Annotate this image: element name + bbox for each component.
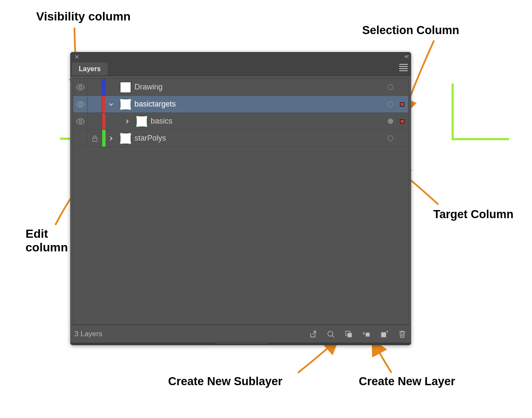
selection-indicator[interactable]	[396, 119, 408, 124]
target-button[interactable]	[384, 135, 396, 141]
tab-layers[interactable]: Layers	[72, 63, 108, 75]
layer-name-label[interactable]: basictargets	[134, 100, 384, 109]
layer-name-label[interactable]: basics	[151, 117, 384, 126]
annotation-create-new-sublayer: Create New Sublayer	[168, 375, 283, 388]
disclosure-triangle[interactable]	[122, 119, 133, 124]
lock-toggle[interactable]	[88, 79, 102, 95]
collapse-icon[interactable]: <<	[404, 54, 408, 60]
clipping-mask-icon[interactable]	[344, 329, 353, 339]
artboard-corner-right	[452, 84, 509, 140]
close-icon[interactable]: ✕	[74, 54, 80, 60]
layer-name-label[interactable]: Drawing	[134, 83, 384, 92]
visibility-toggle[interactable]	[73, 113, 88, 130]
layer-thumbnail[interactable]	[120, 99, 131, 110]
target-button[interactable]	[384, 101, 396, 107]
selection-square-icon	[400, 102, 404, 107]
layer-row[interactable]: Drawing	[73, 79, 408, 96]
visibility-toggle[interactable]	[73, 130, 88, 147]
selection-indicator[interactable]	[396, 102, 408, 107]
svg-point-0	[79, 86, 82, 89]
svg-marker-11	[386, 331, 388, 332]
footer-toolbar	[308, 329, 407, 339]
svg-line-6	[332, 335, 334, 337]
resize-grip[interactable]	[70, 343, 411, 345]
layer-color-bar	[102, 79, 106, 95]
annotation-target-column: Target Column	[433, 208, 514, 221]
selection-square-icon	[400, 119, 404, 124]
layer-name-label[interactable]: starPolys	[134, 134, 384, 143]
lock-toggle[interactable]	[88, 113, 102, 130]
svg-rect-9	[366, 332, 369, 336]
layer-thumbnail[interactable]	[120, 82, 131, 93]
footer-status: 3 Layers	[74, 330, 102, 338]
lock-toggle[interactable]	[88, 96, 102, 112]
layer-color-bar	[102, 96, 106, 112]
delete-icon[interactable]	[398, 329, 407, 339]
layer-color-bar	[102, 130, 106, 147]
annotation-visibility-column: Visibility column	[36, 10, 131, 23]
layers-list: DrawingbasictargetsbasicsstarPolys	[73, 78, 409, 325]
layers-panel: ✕ << Layers Drawingbasictargetsbasicssta…	[70, 52, 411, 345]
layer-color-bar	[102, 113, 106, 130]
annotation-selection-column: Selection Column	[362, 24, 459, 37]
target-ring-icon	[388, 118, 393, 124]
annotation-edit-column: Edit column	[26, 227, 68, 254]
new-sublayer-button[interactable]	[362, 329, 371, 339]
target-button[interactable]	[384, 84, 396, 90]
svg-point-5	[328, 331, 333, 336]
visibility-toggle[interactable]	[73, 79, 88, 95]
disclosure-triangle[interactable]	[106, 136, 117, 141]
annotation-create-new-layer: Create New Layer	[359, 375, 455, 388]
target-ring-icon	[388, 101, 393, 107]
svg-point-1	[79, 103, 82, 106]
svg-rect-8	[348, 333, 352, 337]
panel-footer: 3 Layers	[70, 325, 411, 343]
layer-row[interactable]: basics	[73, 113, 408, 130]
layer-row[interactable]: basictargets	[73, 96, 408, 113]
svg-rect-3	[92, 138, 97, 141]
target-ring-icon	[388, 84, 393, 90]
panel-menu-button[interactable]	[399, 63, 408, 74]
layer-thumbnail[interactable]	[120, 133, 131, 144]
menu-icon	[399, 63, 408, 72]
panel-tabstrip: Layers	[70, 61, 411, 76]
layer-thumbnail[interactable]	[136, 116, 147, 127]
new-layer-button[interactable]	[380, 329, 389, 339]
svg-rect-10	[381, 332, 386, 337]
artboard-corner-left	[60, 135, 70, 140]
disclosure-triangle[interactable]	[106, 102, 117, 107]
panel-topbar: ✕ <<	[70, 52, 411, 61]
locate-object-icon[interactable]	[326, 329, 335, 339]
target-button[interactable]	[384, 118, 396, 124]
svg-point-2	[79, 120, 82, 123]
visibility-toggle[interactable]	[73, 96, 88, 112]
lock-toggle[interactable]	[88, 130, 102, 147]
export-icon[interactable]	[308, 329, 317, 339]
target-ring-icon	[388, 135, 393, 141]
layer-row[interactable]: starPolys	[73, 130, 408, 147]
